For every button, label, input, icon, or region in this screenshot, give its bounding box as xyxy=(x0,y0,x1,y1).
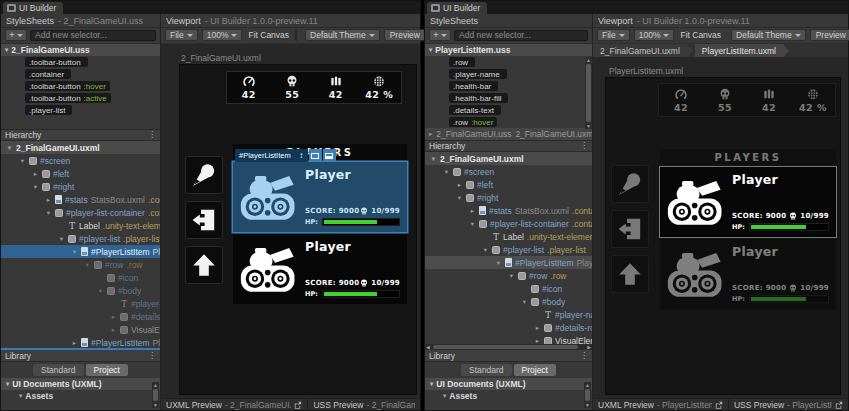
add-selector-input[interactable]: Add new selector... xyxy=(454,30,588,41)
expand-arrow[interactable]: ▾ xyxy=(430,380,433,388)
hierarchy-row[interactable]: ▾#player-list-container.container xyxy=(425,217,592,230)
expand-arrow[interactable]: ▾ xyxy=(32,183,39,191)
theme-dropdown[interactable]: Default Theme xyxy=(305,29,380,41)
hierarchy-row[interactable]: ▾#player-list.player-list xyxy=(425,243,592,256)
hierarchy-row[interactable]: ▾#row.row xyxy=(425,269,592,282)
expand-arrow[interactable]: ▸ xyxy=(110,326,117,334)
ui-builder-tab[interactable]: UI Builder xyxy=(427,2,487,14)
kebab-menu-icon[interactable]: ⋮ xyxy=(148,352,156,360)
hierarchy-row[interactable]: ▾#body xyxy=(425,295,592,308)
expand-arrow[interactable]: ▾ xyxy=(443,168,450,176)
scroll-thumb[interactable] xyxy=(433,345,578,349)
uss-selector-row[interactable]: .container xyxy=(1,68,160,80)
expand-arrow[interactable]: ▸ xyxy=(469,207,476,215)
expand-arrow[interactable]: ▸ xyxy=(32,170,39,178)
tab-project[interactable]: Project xyxy=(514,364,556,376)
uxml-preview-toggle[interactable]: UXML Preview - 2_FinalGameUI.uxml xyxy=(161,399,307,410)
hierarchy-row-document[interactable]: ▾2_FinalGameUI.uxml xyxy=(425,152,592,165)
toolbar-empty-field[interactable] xyxy=(295,30,297,41)
hierarchy-row[interactable]: ▸#PlayerListItemPlayerListItem.u xyxy=(1,336,160,348)
kebab-menu-icon[interactable]: ⋮ xyxy=(580,352,588,360)
expand-arrow[interactable]: ▾ xyxy=(469,220,476,228)
hierarchy-row[interactable]: T#player-name.unity-text-e xyxy=(1,297,160,310)
hierarchy-row-selected[interactable]: ▾#PlayerListItemPlayerListItem.ux xyxy=(1,245,160,258)
expand-arrow[interactable]: ▾ xyxy=(45,209,52,217)
uss-selector-row[interactable]: .details-text xyxy=(425,104,592,116)
hierarchy-row[interactable]: ▸#statsStatsBox.uxml.container xyxy=(425,204,592,217)
external-link-icon[interactable] xyxy=(294,401,302,409)
hierarchy-row[interactable]: ▸#details-row xyxy=(1,310,160,323)
up-button[interactable] xyxy=(611,255,649,293)
expand-arrow[interactable]: ▾ xyxy=(495,259,502,267)
kebab-menu-icon[interactable]: ⋮ xyxy=(148,131,156,139)
hierarchy-row[interactable]: ▸#left xyxy=(1,167,160,180)
breadcrumb-item[interactable]: PlayerListItem.uxml xyxy=(695,44,783,57)
expand-arrow[interactable]: ▸ xyxy=(71,339,78,347)
hierarchy-row[interactable]: ▸VisualElement xyxy=(425,334,592,344)
library-scrollbar[interactable]: ▲▼ xyxy=(152,382,159,408)
scroll-up-icon[interactable]: ▲ xyxy=(586,57,591,63)
canvas[interactable]: 42 55 42 42 % PLAYERS xyxy=(179,64,417,395)
comet-button[interactable] xyxy=(185,156,223,194)
library-section-assets[interactable]: ▾Assets xyxy=(1,390,160,402)
hierarchy-row[interactable]: #icon xyxy=(1,271,160,284)
uss-selector-row[interactable]: .row xyxy=(425,56,592,68)
scroll-right-icon[interactable]: ▶ xyxy=(587,344,591,350)
canvas[interactable]: 42 55 42 42 % PLAYERS xyxy=(605,77,841,395)
uss-selector-row[interactable]: .toolbar-button xyxy=(1,56,160,68)
hierarchy-row[interactable]: ▾#row.row xyxy=(1,258,160,271)
external-link-icon[interactable] xyxy=(715,401,723,409)
expand-arrow[interactable]: ▾ xyxy=(6,144,13,152)
uss-selector-row[interactable]: .row:hover xyxy=(425,116,592,128)
expand-arrow[interactable]: ▾ xyxy=(521,298,528,306)
expand-arrow[interactable]: ▾ xyxy=(84,261,91,269)
uss-selector-row[interactable]: .toolbar-button:active xyxy=(1,92,160,104)
ui-builder-tab[interactable]: UI Builder xyxy=(3,2,63,14)
tab-standard[interactable]: Standard xyxy=(33,364,84,376)
preview-button[interactable]: Preview xyxy=(384,29,426,41)
preview-button[interactable]: Preview xyxy=(810,29,849,41)
hierarchy-row[interactable]: ▾#right xyxy=(1,180,160,193)
expand-arrow[interactable]: ▾ xyxy=(456,194,463,202)
hierarchy-row[interactable]: ▾#player-list.player-list xyxy=(1,232,160,245)
unpack-template-button[interactable] xyxy=(323,149,336,162)
add-selector-button[interactable]: + xyxy=(429,29,451,41)
player-list-item[interactable]: Player SCORE: 9000 10/999 HP: xyxy=(233,234,407,304)
zoom-dropdown[interactable]: 100% xyxy=(202,29,243,41)
hierarchy-row[interactable]: ▾#body xyxy=(1,284,160,297)
hierarchy-row[interactable]: ▾#screen xyxy=(425,165,592,178)
hierarchy-row[interactable]: TLabel.unity-text-element .unity-l xyxy=(425,230,592,243)
hierarchy-row[interactable]: ▸#details-row xyxy=(425,321,592,334)
uss-file-row[interactable]: ▾ PlayerListItem.uss xyxy=(425,44,592,56)
hierarchy-row-document[interactable]: ▾2_FinalGameUI.uxml xyxy=(1,141,160,154)
hierarchy-row-selected[interactable]: ▾#PlayerListItemPlayerListItem.ux xyxy=(425,256,592,269)
hierarchy-row[interactable]: ▾#right xyxy=(425,191,592,204)
scroll-up-icon[interactable]: ▲ xyxy=(153,382,158,388)
expand-arrow[interactable]: ▸ xyxy=(534,337,541,345)
expand-arrow[interactable]: ▾ xyxy=(443,392,446,400)
library-section-documents[interactable]: ▾UI Documents (UXML) xyxy=(425,378,592,390)
other-stylesheet-row[interactable]: ▸ 2_FinalGameUI.uss 2_FinalGameUI.uxml xyxy=(425,128,592,140)
tab-standard[interactable]: Standard xyxy=(461,364,512,376)
scroll-up-icon[interactable]: ▲ xyxy=(585,382,590,388)
expand-arrow[interactable]: ▾ xyxy=(97,287,104,295)
expand-arrow[interactable]: ▾ xyxy=(19,392,22,400)
expand-arrow[interactable]: ▾ xyxy=(71,248,78,256)
hierarchy-row[interactable]: ▸#statsStatsBox.uxml.container xyxy=(1,193,160,206)
up-button[interactable] xyxy=(185,246,223,284)
add-selector-input[interactable]: Add new selector... xyxy=(30,30,156,41)
expand-arrow[interactable]: ▸ xyxy=(110,313,117,321)
hierarchy-row[interactable]: ▾#screen xyxy=(1,154,160,167)
hierarchy-row[interactable]: T#player-name.unity-text-e xyxy=(425,308,592,321)
open-instance-button[interactable] xyxy=(309,149,322,162)
expand-arrow[interactable]: ▾ xyxy=(5,46,8,54)
hierarchy-row[interactable]: ▸VisualElement xyxy=(1,323,160,336)
expand-arrow[interactable]: ▸ xyxy=(45,196,52,204)
uss-preview-toggle[interactable]: USS Preview - PlayerListItem.u xyxy=(729,399,848,410)
uss-selector-row[interactable]: .player-name xyxy=(425,68,592,80)
breadcrumb-item[interactable]: 2_FinalGameUI.uxml xyxy=(593,44,687,57)
scroll-down-icon[interactable]: ▼ xyxy=(586,123,591,129)
scroll-thumb[interactable] xyxy=(586,64,591,122)
zoom-dropdown[interactable]: 100% xyxy=(634,29,675,41)
comet-button[interactable] xyxy=(611,165,649,203)
